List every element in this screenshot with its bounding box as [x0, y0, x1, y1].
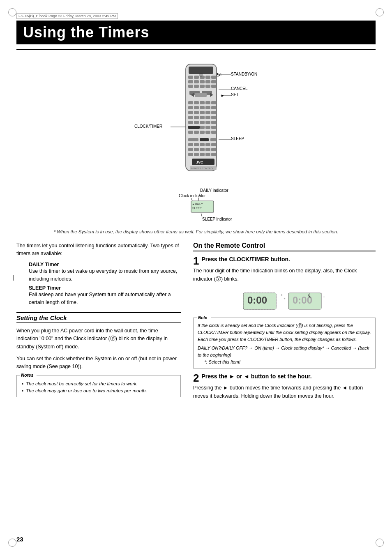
note-box: Note If the clock is already set and the… [193, 318, 376, 368]
svg-rect-79 [188, 148, 193, 151]
svg-rect-22 [205, 80, 210, 83]
svg-rect-72 [188, 138, 198, 141]
svg-rect-82 [205, 148, 210, 151]
file-info: FS-X5(B)_E.book Page 23 Friday, March 28… [16, 13, 118, 19]
svg-rect-27 [205, 85, 210, 88]
svg-point-29 [199, 73, 203, 77]
svg-rect-15 [194, 76, 199, 79]
svg-text:SET: SET [231, 92, 239, 97]
note-label-svg: Note [198, 314, 210, 321]
svg-text:CLOCK/TIMER: CLOCK/TIMER [134, 124, 162, 129]
svg-rect-71 [200, 138, 209, 141]
title-rule [16, 49, 376, 50]
display-panel-area: DAILY indicator Clock indicator ● DAILY … [16, 187, 376, 226]
step-1-title: Press the CLOCK/TIMER button. [201, 256, 290, 263]
svg-rect-45 [188, 111, 193, 114]
svg-rect-74 [188, 143, 193, 146]
svg-rect-53 [205, 116, 210, 119]
svg-text:REMOTE CONTROL: REMOTE CONTROL [191, 167, 214, 170]
step-1-body: The hour digit of the time indication bl… [193, 267, 376, 283]
standby-label: STANDBY/ON [231, 72, 257, 76]
svg-rect-78 [211, 143, 216, 146]
svg-rect-77 [205, 143, 210, 146]
right-column: On the Remote Control 1 Press the CLOCK/… [189, 242, 376, 406]
note-item-1: If the clock is already set and the Cloc… [198, 322, 371, 343]
svg-rect-24 [188, 85, 193, 88]
svg-rect-14 [188, 76, 193, 79]
svg-rect-43 [205, 106, 210, 109]
svg-rect-18 [211, 76, 216, 79]
svg-text:Notes: Notes [21, 373, 34, 378]
svg-rect-36 [194, 101, 199, 104]
svg-rect-58 [205, 121, 210, 124]
step-2-body: Pressing the ► button moves the time for… [193, 384, 376, 400]
step-2-block: 2 Press the ► or ◄ button to set the hou… [193, 373, 376, 400]
svg-rect-26 [200, 85, 205, 88]
step-1-block: 1 Press the CLOCK/TIMER button. The hour… [193, 256, 376, 283]
svg-rect-51 [194, 116, 199, 119]
svg-rect-83 [211, 148, 216, 151]
svg-rect-80 [194, 148, 199, 151]
svg-rect-62 [200, 126, 205, 129]
display-panel-svg: DAILY indicator Clock indicator ● DAILY … [110, 187, 282, 226]
caption-text: * When the System is in use, the display… [16, 228, 376, 235]
svg-rect-86 [200, 153, 205, 156]
svg-rect-55 [188, 121, 193, 124]
svg-rect-67 [194, 131, 199, 134]
svg-text:►: ► [221, 93, 225, 98]
svg-text:✦: ✦ [284, 297, 286, 300]
left-column: The timers let you control listening fun… [16, 242, 189, 406]
clock-display-img: 0:00 0:00 ⏾ ✦ ✦ ✦ ✦ [193, 289, 376, 313]
svg-rect-40 [188, 106, 193, 109]
svg-rect-59 [211, 121, 216, 124]
clock-indicator-label: Clock indicator [179, 193, 206, 198]
page-number: 23 [16, 536, 23, 543]
setting-clock-body2: You can set the clock whether the System… [16, 355, 181, 371]
svg-rect-84 [188, 153, 193, 156]
svg-text:JVC: JVC [196, 160, 203, 164]
daily-timer-desc: Use this timer to set wake up everyday t… [29, 267, 181, 283]
svg-rect-42 [200, 106, 205, 109]
setting-clock-body1: When you plug the AC power cord into the… [16, 327, 181, 351]
svg-rect-52 [200, 116, 205, 119]
svg-rect-65 [188, 126, 200, 129]
svg-rect-39 [211, 101, 216, 104]
svg-rect-66 [188, 131, 193, 134]
svg-rect-28 [211, 85, 216, 88]
svg-text:● DAILY: ● DAILY [192, 203, 203, 205]
svg-rect-69 [205, 131, 210, 134]
setting-clock-title: Setting the Clock [16, 312, 181, 323]
svg-text:0:00: 0:00 [247, 295, 267, 306]
remote-svg: STANDBY/ON ⏻/I CANCEL SET ◄ ► CLOCK/TIME… [110, 56, 282, 183]
svg-text:Note: Note [198, 315, 208, 320]
main-content: The timers let you control listening fun… [16, 242, 376, 406]
daily-timer-label: DAILY Timer [29, 262, 181, 267]
daily-indicator-label: DAILY indicator [200, 188, 228, 193]
svg-rect-88 [211, 153, 216, 156]
svg-rect-70 [211, 131, 216, 134]
svg-rect-35 [188, 101, 193, 104]
svg-rect-87 [205, 153, 210, 156]
notes-item-1: The clock must be correctly set for the … [21, 380, 176, 387]
svg-rect-34 [195, 93, 207, 97]
svg-rect-25 [194, 85, 199, 88]
svg-rect-75 [194, 143, 199, 146]
remote-diagram-area: STANDBY/ON ⏻/I CANCEL SET ◄ ► CLOCK/TIME… [16, 56, 376, 184]
notes-box: Notes The clock must be correctly set fo… [16, 375, 181, 398]
svg-rect-44 [211, 106, 216, 109]
svg-text:SLEEP: SLEEP [231, 136, 244, 141]
svg-text:✦: ✦ [320, 292, 323, 295]
notes-item-2: The clock may gain or lose one to two mi… [21, 387, 176, 394]
remote-control-title: On the Remote Control [193, 242, 376, 251]
svg-rect-54 [211, 116, 216, 119]
svg-rect-20 [194, 80, 199, 83]
svg-rect-73 [210, 138, 216, 141]
page-title: Using the Timers [23, 24, 369, 41]
step-2-title: Press the ► or ◄ button to set the hour. [201, 373, 311, 380]
svg-rect-47 [200, 111, 205, 114]
step-1-number: 1 [193, 256, 199, 266]
svg-rect-21 [200, 80, 205, 83]
svg-rect-81 [200, 148, 205, 151]
svg-rect-23 [211, 80, 216, 83]
svg-rect-63 [205, 126, 210, 129]
